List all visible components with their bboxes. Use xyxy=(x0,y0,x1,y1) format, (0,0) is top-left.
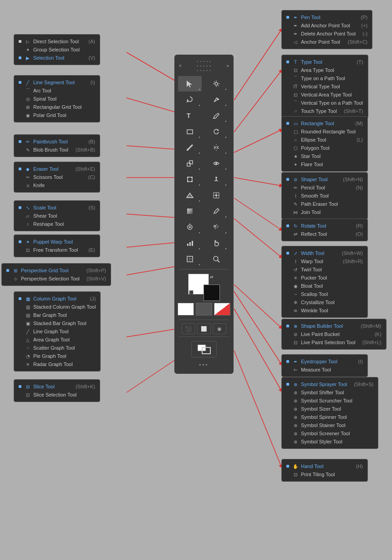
flyout-item[interactable]: ✳ Pucker Tool xyxy=(286,274,363,282)
rotate-tool-btn[interactable]: ▸ xyxy=(204,124,228,139)
symbol-sprayer-btn[interactable]: ▸ xyxy=(204,219,228,235)
flyout-item[interactable]: ⇌ Reflect Tool (O) xyxy=(286,230,363,238)
flyout-item-active[interactable]: ⊟ Slice Tool (Shift+K) xyxy=(19,382,95,391)
flyout-item[interactable]: ◉ Bloat Tool xyxy=(286,282,363,290)
flyout-item[interactable]: ⬡ Polygon Tool xyxy=(286,144,363,152)
flyout-item[interactable]: ⊛ Symbol Stainer Tool xyxy=(286,421,373,429)
flyout-item-active[interactable]: ✒ Eyedropper Tool (I) xyxy=(286,357,363,366)
perspective-grid-btn[interactable]: ▸ xyxy=(178,188,202,203)
lasso-tool-btn[interactable]: ▸ xyxy=(178,92,202,107)
flyout-item[interactable]: ⌒ Type on a Path Tool xyxy=(286,74,363,82)
rectangle-tool-btn[interactable]: ▸ xyxy=(178,124,202,139)
flyout-item-active[interactable]: ✋ Hand Tool (H) xyxy=(286,462,363,470)
screen-mode-1[interactable]: ⬛ xyxy=(182,323,195,334)
flyout-item-active[interactable]: ▭ Rectangle Tool (M) xyxy=(286,119,363,127)
flyout-item[interactable]: ⊡ Live Paint Selection Tool (Shift+L) xyxy=(286,338,382,346)
flyout-item[interactable]: ⊢ Measure Tool xyxy=(286,366,363,374)
pencil-tool-btn[interactable]: ▸ xyxy=(204,108,228,123)
flyout-item[interactable]: ⊛ Symbol Sizer Tool xyxy=(286,405,373,413)
flyout-item[interactable]: ▷ Direct Selection Tool (A) xyxy=(19,37,95,46)
flyout-item[interactable]: ↺ Twirl Tool xyxy=(286,265,363,274)
flyout-item[interactable]: ⊡ Vertical Area Type Tool xyxy=(286,91,363,99)
flyout-item[interactable]: △ Area Graph Tool xyxy=(19,336,96,344)
flyout-item[interactable]: ▱ Shear Tool xyxy=(19,212,95,220)
flyout-item-active[interactable]: ⤢ Width Tool (Shift+W) xyxy=(286,249,363,257)
collapse-button[interactable]: « xyxy=(226,63,229,68)
flyout-item[interactable]: ❄ Crystallize Tool xyxy=(286,298,363,306)
flyout-item[interactable]: ⌒ Arc Tool xyxy=(19,87,95,95)
hand-tool-btn[interactable]: ▸ xyxy=(204,235,228,251)
flyout-item-active[interactable]: ⊕ Shape Builder Tool (Shift+M) xyxy=(286,322,382,330)
flyout-item[interactable]: ⌣ Scallop Tool xyxy=(286,290,363,298)
flyout-item[interactable]: ☞ Touch Type Tool (Shift+T) xyxy=(286,107,363,115)
reflect-tool-btn[interactable]: ▸ xyxy=(204,140,228,155)
gradient-tool-btn[interactable] xyxy=(178,204,202,219)
selection-tool-btn[interactable]: ▸ xyxy=(178,76,202,92)
flyout-item[interactable]: ✎ Path Eraser Tool xyxy=(286,200,363,208)
flyout-item[interactable]: ⊘ Live Paint Bucket (K) xyxy=(286,330,382,338)
paintbrush-tool-btn[interactable]: ▸ xyxy=(178,140,202,155)
flyout-item[interactable]: ◁ Anchor Point Tool (Shift+C) xyxy=(286,38,367,46)
flyout-item-active[interactable]: ◆ Eraser Tool (Shift+E) xyxy=(19,165,95,173)
flyout-item[interactable]: ⊛ Symbol Scruncher Tool xyxy=(286,397,373,405)
pen-tool-btn[interactable]: ▸ xyxy=(204,92,228,107)
graph-tool-btn[interactable]: ▸ xyxy=(178,235,202,251)
flyout-item[interactable]: ✦ Flare Tool xyxy=(286,160,363,168)
flyout-item[interactable]: ⊞ Rectangular Grid Tool xyxy=(19,103,95,111)
flyout-item[interactable]: ✒ Add Anchor Point Tool (+) xyxy=(286,21,367,30)
flyout-item[interactable]: ▣ Stacked Bar Graph Tool xyxy=(19,319,96,327)
flyout-item[interactable]: ⌒ Vertical Type on a Path Tool xyxy=(286,99,363,107)
flyout-item-active[interactable]: T Type Tool (T) xyxy=(286,58,363,66)
panel-more-dots[interactable]: ••• xyxy=(199,362,209,368)
fill-swatch[interactable] xyxy=(178,303,194,316)
mesh-tool-btn[interactable] xyxy=(204,188,228,203)
stroke-swatch[interactable] xyxy=(196,303,212,316)
free-transform-btn[interactable]: ▸ xyxy=(178,172,202,187)
slice-tool-btn[interactable]: ▸ xyxy=(178,251,202,267)
flyout-item[interactable]: ▢ Rounded Rectangle Tool xyxy=(286,127,363,136)
flyout-item[interactable]: ✏ Pencil Tool (N) xyxy=(286,183,363,192)
flyout-item[interactable]: ✂ Scissors Tool (C) xyxy=(19,173,95,181)
flyout-item[interactable]: ⌇ Warp Tool (Shift+R) xyxy=(286,257,363,265)
reset-colors-btn[interactable]: ⬛ xyxy=(189,290,193,295)
flyout-item[interactable]: ⌇ Smooth Tool xyxy=(286,192,363,200)
eyedropper-tool-btn[interactable]: ▸ xyxy=(204,204,228,219)
flyout-item[interactable]: ▤ Bar Graph Tool xyxy=(19,311,96,319)
flyout-item[interactable]: ✎ Blob Brush Tool (Shift+B) xyxy=(19,146,95,154)
scale-tool-btn[interactable]: ▸ xyxy=(178,156,202,171)
flyout-item[interactable]: ○ Ellipse Tool (L) xyxy=(286,136,363,144)
artboard-btn[interactable] xyxy=(191,341,217,357)
flyout-item[interactable]: ⚔ Knife xyxy=(19,181,95,189)
flyout-item[interactable]: ◉ Polar Grid Tool xyxy=(19,111,95,119)
flyout-item-active[interactable]: ✒ Pen Tool (P) xyxy=(286,13,367,21)
flyout-item-active[interactable]: ⊘ Shaper Tool (Shift+N) xyxy=(286,175,363,183)
flyout-item-active[interactable]: ▶ Selection Tool (V) xyxy=(19,54,95,62)
close-button[interactable]: × xyxy=(179,63,182,68)
flyout-item-active[interactable]: ⊞ Perspective Grid Tool (Shift+P) xyxy=(6,266,106,275)
flyout-item-active[interactable]: ⤡ Scale Tool (S) xyxy=(19,204,95,212)
flyout-item-active[interactable]: ╱ Line Segment Tool (\) xyxy=(19,78,95,87)
fg-color-swatch[interactable] xyxy=(204,285,220,301)
flyout-item[interactable]: ★ Star Tool xyxy=(286,152,363,160)
flyout-item[interactable]: IT Vertical Type Tool xyxy=(286,82,363,91)
flyout-item[interactable]: ⊡ Print Tiling Tool xyxy=(286,470,363,479)
flyout-item[interactable]: ≋ Wrinkle Tool xyxy=(286,306,363,315)
zoom-tool-btn[interactable] xyxy=(204,251,228,267)
flyout-item[interactable]: ⊡ Area Type Tool xyxy=(286,66,363,74)
live-paint-btn[interactable]: ▸ xyxy=(178,219,202,235)
warp-tool-btn[interactable]: ▸ xyxy=(204,156,228,171)
magic-wand-btn[interactable]: ▸ xyxy=(204,76,228,92)
flyout-item-active[interactable]: ✦ Puppet Warp Tool xyxy=(19,238,95,246)
flyout-item[interactable]: ▥ Stacked Column Graph Tool xyxy=(19,303,96,311)
screen-mode-3[interactable]: ◉ xyxy=(213,323,226,334)
flyout-item[interactable]: ◎ Spiral Tool xyxy=(19,95,95,103)
none-swatch[interactable] xyxy=(214,303,230,316)
flyout-item[interactable]: ✳ Radar Graph Tool xyxy=(19,360,96,368)
flyout-item[interactable]: ╱ Line Graph Tool xyxy=(19,327,96,336)
puppet-warp-btn[interactable]: ▸ xyxy=(204,172,228,187)
flyout-item[interactable]: ◔ Pie Graph Tool xyxy=(19,352,96,360)
flyout-item[interactable]: ⊹ Perspective Selection Tool (Shift+V) xyxy=(6,275,106,283)
flyout-item[interactable]: ⊛ Symbol Screener Tool xyxy=(286,429,373,438)
flyout-item[interactable]: ⊡ Free Transform Tool (E) xyxy=(19,246,95,254)
flyout-item-active[interactable]: ⊛ Symbol Sprayer Tool (Shift+S) xyxy=(286,380,373,388)
